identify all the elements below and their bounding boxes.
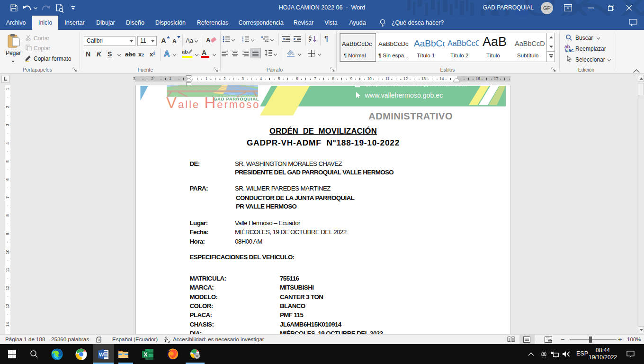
svg-text:x: x	[98, 338, 100, 341]
svg-text:3: 3	[242, 40, 243, 42]
svg-text:www.vallehermoso.gob.ec: www.vallehermoso.gob.ec	[365, 91, 443, 99]
svg-text:W: W	[99, 352, 104, 357]
